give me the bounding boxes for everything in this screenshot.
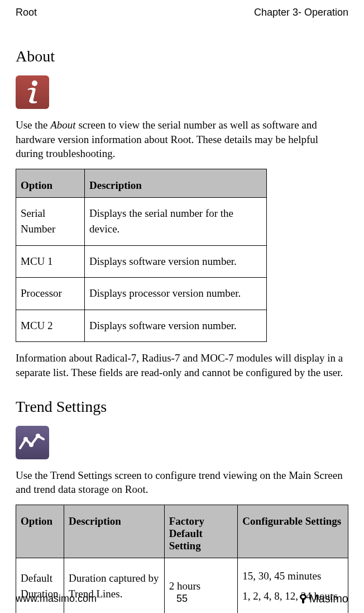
trend-icon <box>16 426 49 459</box>
footer-brand-text: Masimo <box>309 592 348 605</box>
col-option: Option <box>16 169 85 197</box>
masimo-logo-icon <box>299 594 307 604</box>
table-row: Processor Displays processor version num… <box>16 278 267 310</box>
cell-description: Displays the serial number for the devic… <box>85 197 267 245</box>
about-intro: Use the About screen to view the serial … <box>16 118 348 161</box>
svg-point-1 <box>23 437 28 441</box>
col-configurable: Configurable Settings <box>238 505 348 558</box>
page-header: Root Chapter 3- Operation <box>16 7 348 18</box>
cell-description: Displays processor version number. <box>85 278 267 310</box>
cell-description: Displays software version number. <box>85 245 267 278</box>
cell-description: Displays software version number. <box>85 310 267 342</box>
svg-point-3 <box>36 434 40 438</box>
header-right: Chapter 3- Operation <box>254 7 348 18</box>
cell-option: MCU 2 <box>16 310 85 342</box>
svg-point-2 <box>29 443 33 447</box>
col-description: Description <box>64 505 164 558</box>
table-row: MCU 2 Displays software version number. <box>16 310 267 342</box>
about-heading: About <box>16 47 348 65</box>
table-header-row: Option Description Factory Default Setti… <box>16 505 348 558</box>
cell-option: MCU 1 <box>16 245 85 278</box>
col-factory-default: Factory Default Setting <box>164 505 238 558</box>
svg-point-5 <box>301 595 305 598</box>
footer-brand: Masimo <box>299 592 348 605</box>
config-line-1: 15, 30, 45 minutes <box>242 566 343 586</box>
footer-url: www.masimo.com <box>16 593 97 605</box>
svg-rect-6 <box>302 598 304 604</box>
cell-option: Serial Number <box>16 197 85 245</box>
about-italic-word: About <box>50 119 75 131</box>
about-options-table: Option Description Serial Number Display… <box>16 169 267 343</box>
table-row: MCU 1 Displays software version number. <box>16 245 267 278</box>
trend-intro: Use the Trend Settings screen to configu… <box>16 468 348 497</box>
about-outro: Information about Radical-7, Radius-7 an… <box>16 351 348 379</box>
table-row: Serial Number Displays the serial number… <box>16 197 267 245</box>
table-header-row: Option Description <box>16 169 267 197</box>
footer-page-number: 55 <box>176 593 188 605</box>
svg-point-0 <box>32 80 37 86</box>
info-icon <box>16 75 49 109</box>
col-description: Description <box>85 169 267 197</box>
col-option: Option <box>16 505 64 558</box>
cell-option: Processor <box>16 278 85 310</box>
trend-heading: Trend Settings <box>16 398 348 416</box>
page-footer: www.masimo.com 55 Masimo <box>16 592 348 605</box>
header-left: Root <box>16 7 37 18</box>
